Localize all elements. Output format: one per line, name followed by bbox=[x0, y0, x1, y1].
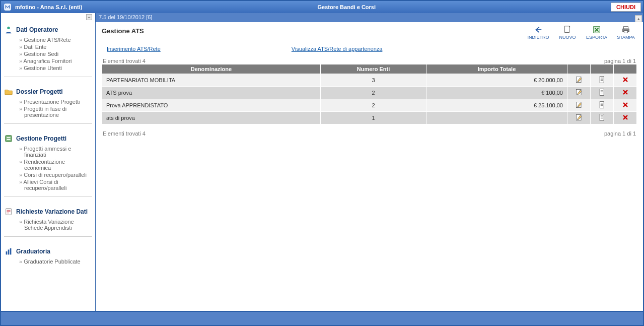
version-bar: 7.5 del 19/10/2012 [6] bbox=[96, 13, 643, 22]
print-button[interactable]: STAMPA bbox=[615, 25, 637, 40]
svg-rect-6 bbox=[6, 251, 8, 254]
toolbar: INDIETRO NUOVO ESPORTA bbox=[527, 25, 637, 40]
delete-row-button[interactable] bbox=[614, 74, 637, 87]
document-icon bbox=[598, 79, 606, 85]
tab-visualizza[interactable]: Visualizza ATS/Rete di appartenenza bbox=[292, 46, 383, 52]
sidebar-item-corsi-recupero[interactable]: Corsi di recupero/paralleli bbox=[19, 171, 92, 178]
menu-section-richieste-variazione: Richieste Variazione Dati Richiesta Vari… bbox=[4, 206, 92, 237]
export-button[interactable]: ESPORTA bbox=[586, 25, 608, 40]
sidebar-item-presentazione-progetti[interactable]: Presentazione Progetti bbox=[19, 98, 92, 105]
svg-rect-27 bbox=[600, 114, 604, 121]
tab-inserimento[interactable]: Inserimento ATS/Rete bbox=[107, 46, 161, 52]
cell-numero-enti: 1 bbox=[321, 112, 426, 124]
new-doc-icon bbox=[563, 25, 572, 34]
sidebar-item-progetti-in-fase[interactable]: Progetti in fase di presentazione bbox=[19, 105, 92, 118]
menu-title-label: Richieste Variazione Dati bbox=[16, 208, 88, 215]
delete-icon bbox=[621, 104, 629, 110]
cell-denominazione: Prova APPRENDISTATO bbox=[102, 99, 321, 112]
svg-rect-3 bbox=[7, 137, 10, 138]
view-row-button[interactable] bbox=[591, 99, 614, 112]
user-title: mfotino - Anna S.r.l. (enti) bbox=[15, 4, 82, 10]
col-actions-delete bbox=[614, 64, 637, 74]
edit-row-button[interactable] bbox=[567, 99, 591, 112]
user-icon bbox=[4, 25, 13, 34]
delete-icon bbox=[621, 79, 629, 85]
sidebar-item-anagrafica-fornitori[interactable]: Anagrafica Fornitori bbox=[19, 57, 92, 64]
menu-section-graduatoria: Graduatoria Graduatorie Pubblicate bbox=[4, 246, 92, 265]
delete-row-button[interactable] bbox=[614, 87, 637, 99]
cell-numero-enti: 2 bbox=[321, 99, 426, 112]
delete-icon bbox=[621, 91, 629, 97]
svg-rect-23 bbox=[600, 102, 604, 108]
menu-title-label: Gestione Progetti bbox=[16, 135, 66, 142]
document-icon bbox=[598, 91, 606, 97]
sidebar-item-progetti-ammessi[interactable]: Progetti ammessi e finanziati bbox=[19, 145, 92, 158]
menu-title[interactable]: Richieste Variazione Dati bbox=[4, 206, 92, 217]
divider bbox=[4, 123, 92, 124]
svg-rect-7 bbox=[8, 249, 10, 254]
col-actions-edit bbox=[567, 64, 591, 74]
col-actions-view bbox=[591, 64, 614, 74]
edit-row-button[interactable] bbox=[567, 74, 591, 87]
view-row-button[interactable] bbox=[591, 74, 614, 87]
menu-title[interactable]: Gestione Progetti bbox=[4, 133, 92, 144]
edit-row-button[interactable] bbox=[567, 112, 591, 124]
menu-title[interactable]: Dossier Progetti bbox=[4, 86, 92, 97]
menu-title[interactable]: Graduatoria bbox=[4, 246, 92, 257]
svg-rect-8 bbox=[10, 248, 12, 255]
sidebar-item-graduatorie-pubblicate[interactable]: Graduatorie Pubblicate bbox=[19, 258, 92, 265]
menu-title-label: Graduatoria bbox=[16, 248, 50, 255]
excel-icon bbox=[592, 25, 601, 34]
sidebar-item-dati-ente[interactable]: Dati Ente bbox=[19, 43, 92, 50]
toolbar-label: NUOVO bbox=[559, 35, 576, 40]
sidebar-item-allievi-corsi[interactable]: Allievi Corsi di recupero/paralleli bbox=[19, 178, 92, 191]
svg-rect-2 bbox=[6, 136, 12, 142]
print-icon bbox=[621, 25, 630, 34]
svg-rect-11 bbox=[624, 27, 628, 29]
sidebar-item-gestione-sedi[interactable]: Gestione Sedi bbox=[19, 50, 92, 57]
menu-title[interactable]: Dati Operatore bbox=[4, 24, 92, 35]
col-denominazione[interactable]: Denominazione bbox=[102, 64, 321, 74]
sidebar-item-rendicontazione[interactable]: Rendicontazione economica bbox=[19, 158, 92, 171]
folder-icon bbox=[4, 87, 13, 96]
ranking-icon bbox=[4, 247, 13, 256]
menu-title-label: Dati Operatore bbox=[16, 26, 58, 33]
document-icon bbox=[598, 116, 606, 122]
table-row: Prova APPRENDISTATO2€ 25.100,00 bbox=[102, 99, 637, 112]
footer-bar bbox=[1, 311, 643, 325]
sidebar-item-gestione-utenti[interactable]: Gestione Utenti bbox=[19, 64, 92, 72]
col-numero-enti[interactable]: Numero Enti bbox=[321, 64, 426, 74]
view-row-button[interactable] bbox=[591, 87, 614, 99]
delete-row-button[interactable] bbox=[614, 112, 637, 124]
app-title: Gestore Bandi e Corsi bbox=[82, 4, 611, 10]
svg-point-1 bbox=[7, 27, 10, 29]
close-button[interactable]: CHIUDI bbox=[611, 3, 641, 12]
menu-section-gestione-progetti: Gestione Progetti Progetti ammessi e fin… bbox=[4, 133, 92, 197]
menu-section-dati-operatore: Dati Operatore Gestione ATS/Rete Dati En… bbox=[4, 24, 92, 77]
edit-icon bbox=[575, 91, 583, 97]
edit-row-button[interactable] bbox=[567, 87, 591, 99]
divider bbox=[4, 197, 92, 197]
edit-icon bbox=[575, 79, 583, 85]
cell-importo-totale: € 20.000,00 bbox=[426, 74, 567, 87]
edit-icon bbox=[575, 104, 583, 110]
toolbar-label: STAMPA bbox=[617, 35, 635, 40]
project-icon bbox=[4, 134, 13, 143]
sidebar-collapse-button[interactable]: − bbox=[86, 14, 92, 20]
new-button[interactable]: NUOVO bbox=[556, 25, 579, 40]
edit-icon bbox=[575, 116, 583, 122]
col-importo-totale[interactable]: Importo Totale bbox=[426, 64, 567, 74]
view-row-button[interactable] bbox=[591, 112, 614, 124]
document-icon bbox=[598, 104, 606, 110]
delete-row-button[interactable] bbox=[614, 99, 637, 112]
sidebar-item-richiesta-variazione[interactable]: Richiesta Variazione Schede Apprendisti bbox=[19, 218, 92, 231]
request-icon bbox=[4, 207, 13, 216]
arrow-left-icon bbox=[534, 25, 543, 34]
menu-section-dossier-progetti: Dossier Progetti Presentazione Progetti … bbox=[4, 86, 92, 124]
title-bar: mfotino - Anna S.r.l. (enti) Gestore Ban… bbox=[1, 1, 643, 13]
back-button[interactable]: INDIETRO bbox=[527, 25, 549, 40]
ats-table: Denominazione Numero Enti Importo Totale… bbox=[102, 64, 637, 124]
page-indicator-top: pagina 1 di 1 bbox=[604, 58, 636, 64]
scroll-up-button[interactable]: ▴ bbox=[635, 15, 642, 22]
sidebar-item-gestione-ats[interactable]: Gestione ATS/Rete bbox=[19, 36, 92, 43]
